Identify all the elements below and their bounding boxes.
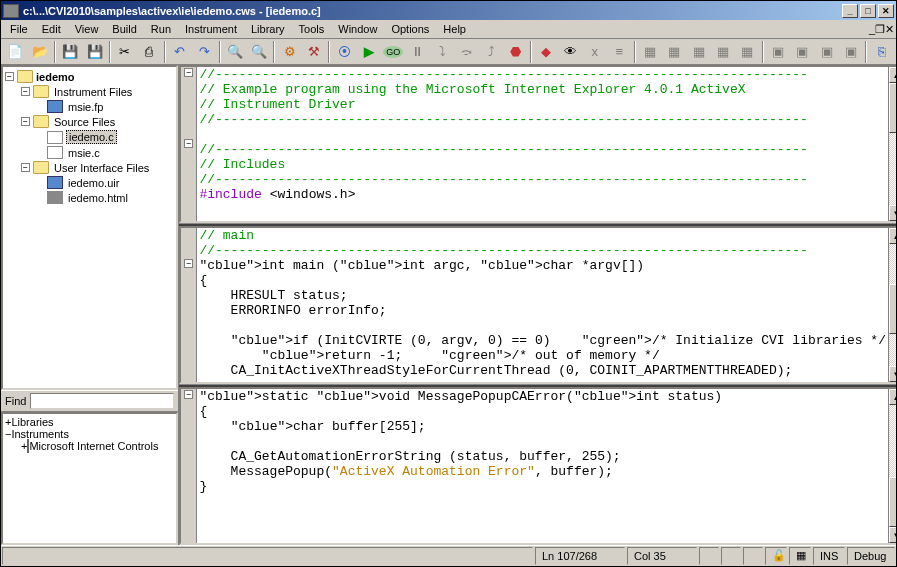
status-grid-icon: ▦ — [789, 547, 811, 565]
scroll-down-button[interactable]: ▼ — [889, 527, 897, 543]
vertical-scrollbar[interactable]: ▲▼ — [888, 67, 897, 221]
open-button[interactable]: 📂 — [28, 41, 50, 63]
scroll-up-button[interactable]: ▲ — [889, 67, 897, 83]
variables-button[interactable]: x — [584, 41, 606, 63]
menu-library[interactable]: Library — [244, 21, 292, 37]
save-button[interactable]: 💾 — [59, 41, 81, 63]
fold-toggle[interactable]: − — [184, 259, 193, 268]
tree-item[interactable]: Instruments — [11, 428, 68, 440]
status-bar: Ln 107/268 Col 35 🔓 ▦ INS Debug — [1, 545, 896, 565]
scroll-down-button[interactable]: ▼ — [889, 205, 897, 221]
project-tree[interactable]: −iedemo −Instrument Files msie.fp −Sourc… — [1, 65, 178, 390]
pause-button[interactable]: ⏸ — [407, 41, 429, 63]
scroll-up-button[interactable]: ▲ — [889, 389, 897, 405]
compile-button[interactable]: ⚒ — [303, 41, 325, 63]
tool-7-button[interactable]: ▣ — [791, 41, 813, 63]
mdi-restore-button[interactable]: ❐ — [875, 23, 885, 36]
tree-group[interactable]: Source Files — [52, 116, 117, 128]
find-button[interactable]: 🔍 — [224, 41, 246, 63]
vertical-scrollbar[interactable]: ▲▼ — [888, 228, 897, 382]
vertical-scrollbar[interactable]: ▲▼ — [888, 389, 897, 543]
tree-item[interactable]: msie.c — [66, 147, 102, 159]
toolbar: 📄 📂 💾 💾 ✂ ⎙ ↶ ↷ 🔍 🔍 ⚙ ⚒ ⦿ ▶ GO ⏸ ⤵ ⤼ ⤴ ⬣… — [1, 39, 896, 65]
scroll-thumb[interactable] — [889, 284, 897, 334]
tree-item[interactable]: Microsoft Internet Controls — [29, 440, 158, 452]
minimize-button[interactable]: _ — [842, 4, 858, 18]
tool-3-button[interactable]: ▦ — [687, 41, 709, 63]
menu-edit[interactable]: Edit — [35, 21, 68, 37]
find-in-files-button[interactable]: 🔍 — [248, 41, 270, 63]
step-out-button[interactable]: ⤴ — [480, 41, 502, 63]
code-pane-1: − − //----------------------------------… — [179, 65, 897, 223]
c-file-icon — [47, 131, 63, 144]
mdi-close-button[interactable]: ✕ — [885, 23, 894, 36]
menu-help[interactable]: Help — [436, 21, 473, 37]
title-bar: c:\...\CVI2010\samples\activex\ie\iedemo… — [1, 1, 896, 20]
maximize-button[interactable]: □ — [860, 4, 876, 18]
tree-item[interactable]: iedemo.uir — [66, 177, 121, 189]
step-into-button[interactable]: ⤵ — [431, 41, 453, 63]
save-all-button[interactable]: 💾 — [83, 41, 105, 63]
tree-item[interactable]: msie.fp — [66, 101, 105, 113]
menu-run[interactable]: Run — [144, 21, 178, 37]
watch-button[interactable]: 👁 — [559, 41, 581, 63]
call-stack-button[interactable]: ≡ — [608, 41, 630, 63]
tool-1-button[interactable]: ▦ — [639, 41, 661, 63]
code-editor[interactable]: //--------------------------------------… — [197, 67, 888, 221]
tree-group[interactable]: Instrument Files — [52, 86, 134, 98]
print-button[interactable]: ⎙ — [138, 41, 160, 63]
fold-toggle[interactable]: − — [184, 390, 193, 399]
collapse-icon[interactable]: − — [21, 163, 30, 172]
scroll-up-button[interactable]: ▲ — [889, 228, 897, 244]
tool-4-button[interactable]: ▦ — [712, 41, 734, 63]
redo-button[interactable]: ↷ — [193, 41, 215, 63]
code-editor[interactable]: "cblue">static "cblue">void MessagePopup… — [197, 389, 888, 543]
folder-icon — [17, 70, 33, 83]
scroll-down-button[interactable]: ▼ — [889, 366, 897, 382]
code-editor[interactable]: // main //------------------------------… — [197, 228, 888, 382]
debug-button[interactable]: ▶ — [358, 41, 380, 63]
tool-5-button[interactable]: ▦ — [736, 41, 758, 63]
stop-button[interactable]: ⬣ — [504, 41, 526, 63]
status-debug: Debug — [847, 547, 895, 565]
status-line: Ln 107/268 — [535, 547, 625, 565]
menu-view[interactable]: View — [68, 21, 106, 37]
tree-group[interactable]: User Interface Files — [52, 162, 151, 174]
scroll-thumb[interactable] — [889, 83, 897, 133]
tree-item[interactable]: iedemo.c — [66, 130, 117, 144]
collapse-icon[interactable]: − — [21, 87, 30, 96]
menu-bar: File Edit View Build Run Instrument Libr… — [1, 20, 896, 39]
library-tree[interactable]: +Libraries −Instruments +Microsoft Inter… — [1, 412, 178, 545]
tool-6-button[interactable]: ▣ — [767, 41, 789, 63]
menu-file[interactable]: File — [3, 21, 35, 37]
folder-icon — [33, 115, 49, 128]
tool-2-button[interactable]: ▦ — [663, 41, 685, 63]
build-button[interactable]: ⚙ — [278, 41, 300, 63]
cut-button[interactable]: ✂ — [114, 41, 136, 63]
new-file-button[interactable]: 📄 — [4, 41, 26, 63]
collapse-icon[interactable]: − — [21, 117, 30, 126]
go-button[interactable]: GO — [382, 41, 404, 63]
tool-10-button[interactable]: ⎘ — [870, 41, 892, 63]
menu-options[interactable]: Options — [384, 21, 436, 37]
fold-toggle[interactable]: − — [184, 139, 193, 148]
scroll-thumb[interactable] — [889, 477, 897, 527]
collapse-icon[interactable]: − — [5, 72, 14, 81]
tree-item[interactable]: iedemo.html — [66, 192, 130, 204]
breakpoints-button[interactable]: ◆ — [535, 41, 557, 63]
menu-build[interactable]: Build — [105, 21, 143, 37]
menu-window[interactable]: Window — [331, 21, 384, 37]
undo-button[interactable]: ↶ — [169, 41, 191, 63]
menu-instrument[interactable]: Instrument — [178, 21, 244, 37]
menu-tools[interactable]: Tools — [292, 21, 332, 37]
step-over-button[interactable]: ⤼ — [455, 41, 477, 63]
tool-8-button[interactable]: ▣ — [816, 41, 838, 63]
tree-item[interactable]: Libraries — [11, 416, 53, 428]
tool-9-button[interactable]: ▣ — [840, 41, 862, 63]
project-root[interactable]: iedemo — [36, 71, 75, 83]
break-button[interactable]: ⦿ — [333, 41, 355, 63]
close-button[interactable]: ✕ — [878, 4, 894, 18]
fold-toggle[interactable]: − — [184, 68, 193, 77]
find-input[interactable] — [30, 393, 174, 409]
status-ins: INS — [813, 547, 845, 565]
